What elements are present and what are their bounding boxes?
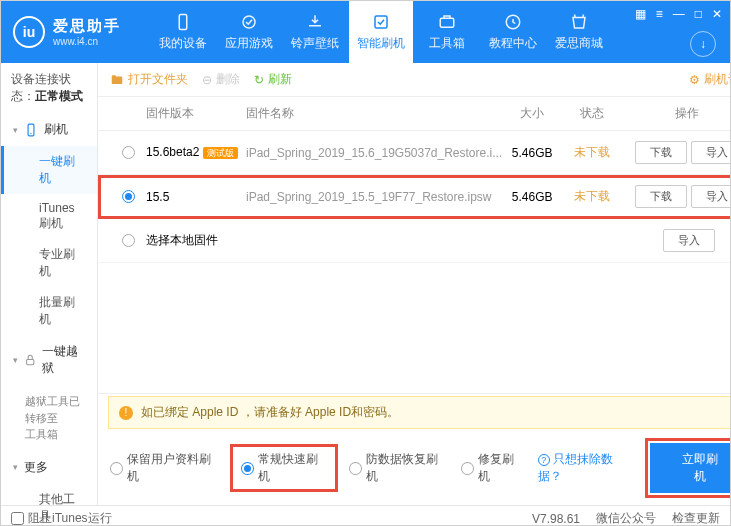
download-icon[interactable]: ↓	[690, 31, 716, 57]
chevron-down-icon: ▾	[13, 355, 18, 365]
minimize-icon[interactable]: —	[673, 7, 685, 21]
refresh-icon: ↻	[254, 73, 264, 87]
main-panel: 打开文件夹 ⊖ 删除 ↻ 刷新 ⚙ 刷机设置 固件版本 固件名称 大小 状态 操…	[98, 63, 731, 505]
firmware-row: 15.6beta2测试版iPad_Spring_2019_15.6_19G503…	[98, 131, 731, 175]
nav-4[interactable]: 工具箱	[415, 1, 479, 63]
nav-0[interactable]: 我的设备	[151, 1, 215, 63]
sidebar-item-flash-3[interactable]: 批量刷机	[1, 287, 97, 335]
app-header: iu 爱思助手 www.i4.cn 我的设备应用游戏铃声壁纸智能刷机工具箱教程中…	[1, 1, 730, 63]
nav-icon	[306, 13, 324, 31]
gear-icon: ⚙	[689, 73, 700, 87]
mode-radio[interactable]	[349, 462, 362, 475]
import-button[interactable]: 导入	[691, 141, 731, 164]
nav-icon	[372, 13, 390, 31]
svg-rect-3	[440, 18, 454, 27]
sidebar-item-flash-1[interactable]: iTunes刷机	[1, 194, 97, 239]
logo-icon: iu	[13, 16, 45, 48]
jailbreak-note: 越狱工具已转移至 工具箱	[1, 385, 97, 451]
firmware-row: 15.5iPad_Spring_2019_15.5_19F77_Restore.…	[98, 175, 731, 219]
grid-icon[interactable]: ▦	[635, 7, 646, 21]
nav-icon	[504, 13, 522, 31]
folder-icon	[110, 73, 124, 87]
import-button[interactable]: 导入	[663, 229, 715, 252]
refresh-button[interactable]: ↻ 刷新	[254, 71, 292, 88]
app-url: www.i4.cn	[53, 36, 121, 47]
sidebar-item-flash-0[interactable]: 一键刷机	[1, 146, 97, 194]
local-radio[interactable]	[122, 234, 135, 247]
table-header: 固件版本 固件名称 大小 状态 操作	[98, 97, 731, 131]
mode-option-3[interactable]: 修复刷机	[461, 451, 524, 485]
import-button[interactable]: 导入	[691, 185, 731, 208]
delete-icon: ⊖	[202, 73, 212, 87]
nav-3[interactable]: 智能刷机	[349, 1, 413, 63]
maximize-icon[interactable]: □	[695, 7, 702, 21]
nav-2[interactable]: 铃声壁纸	[283, 1, 347, 63]
svg-rect-7	[27, 359, 34, 364]
mode-option-0[interactable]: 保留用户资料刷机	[110, 451, 219, 485]
connection-status: 设备连接状态：正常模式	[1, 63, 97, 113]
section-more[interactable]: ▾ 更多	[1, 451, 97, 484]
open-folder-button[interactable]: 打开文件夹	[110, 71, 188, 88]
download-button[interactable]: 下载	[635, 185, 687, 208]
firmware-radio[interactable]	[122, 146, 135, 159]
section-flash[interactable]: ▾ 刷机	[1, 113, 97, 146]
nav-5[interactable]: 教程中心	[481, 1, 545, 63]
close-icon[interactable]: ✕	[712, 7, 722, 21]
sidebar-item-flash-2[interactable]: 专业刷机	[1, 239, 97, 287]
flash-now-button[interactable]: 立即刷机	[650, 443, 731, 493]
app-name: 爱思助手	[53, 17, 121, 36]
check-update-link[interactable]: 检查更新	[672, 510, 720, 526]
beta-badge: 测试版	[203, 147, 238, 159]
nav-1[interactable]: 应用游戏	[217, 1, 281, 63]
nav-6[interactable]: 爱思商城	[547, 1, 611, 63]
flash-settings-button[interactable]: ⚙ 刷机设置	[689, 71, 731, 88]
svg-rect-2	[375, 16, 387, 28]
wechat-link[interactable]: 微信公众号	[596, 510, 656, 526]
block-itunes-checkbox[interactable]	[11, 512, 24, 525]
mode-radio[interactable]	[241, 462, 254, 475]
block-itunes-row: 阻止iTunes运行	[11, 510, 112, 526]
firmware-radio[interactable]	[122, 190, 135, 203]
svg-rect-0	[179, 14, 187, 29]
nav-icon	[240, 13, 258, 31]
lock-icon	[24, 353, 36, 367]
main-nav: 我的设备应用游戏铃声壁纸智能刷机工具箱教程中心爱思商城	[151, 1, 611, 63]
local-firmware-row: 选择本地固件 导入	[98, 219, 731, 263]
mode-option-2[interactable]: 防数据恢复刷机	[349, 451, 447, 485]
status-bar: 阻止iTunes运行 V7.98.61 微信公众号 检查更新	[1, 505, 730, 526]
info-icon[interactable]: ?	[538, 454, 550, 466]
app-logo: iu 爱思助手 www.i4.cn	[13, 16, 121, 48]
svg-point-1	[243, 16, 255, 28]
mode-bar: 保留用户资料刷机常规快速刷机防数据恢复刷机修复刷机?只想抹除数据？立即刷机	[98, 431, 731, 505]
appleid-warning: ! 如已绑定 Apple ID ，请准备好 Apple ID和密码。 ×	[108, 396, 731, 429]
section-jailbreak[interactable]: ▾ 一键越狱	[1, 335, 97, 385]
menu-icon[interactable]: ≡	[656, 7, 663, 21]
toolbar: 打开文件夹 ⊖ 删除 ↻ 刷新 ⚙ 刷机设置	[98, 63, 731, 97]
version-label: V7.98.61	[532, 512, 580, 526]
nav-icon	[570, 13, 588, 31]
nav-icon	[438, 13, 456, 31]
sidebar: 设备连接状态：正常模式 ▾ 刷机 一键刷机iTunes刷机专业刷机批量刷机 ▾ …	[1, 63, 98, 505]
nav-icon	[174, 13, 192, 31]
warning-icon: !	[119, 406, 133, 420]
chevron-down-icon: ▾	[13, 125, 18, 135]
mode-option-1[interactable]: 常规快速刷机	[233, 447, 335, 489]
download-button[interactable]: 下载	[635, 141, 687, 164]
chevron-down-icon: ▾	[13, 462, 18, 472]
mode-radio[interactable]	[461, 462, 474, 475]
mode-radio[interactable]	[110, 462, 123, 475]
window-controls: ▦ ≡ — □ ✕	[635, 7, 722, 21]
phone-icon	[24, 123, 38, 137]
delete-button[interactable]: ⊖ 删除	[202, 71, 240, 88]
